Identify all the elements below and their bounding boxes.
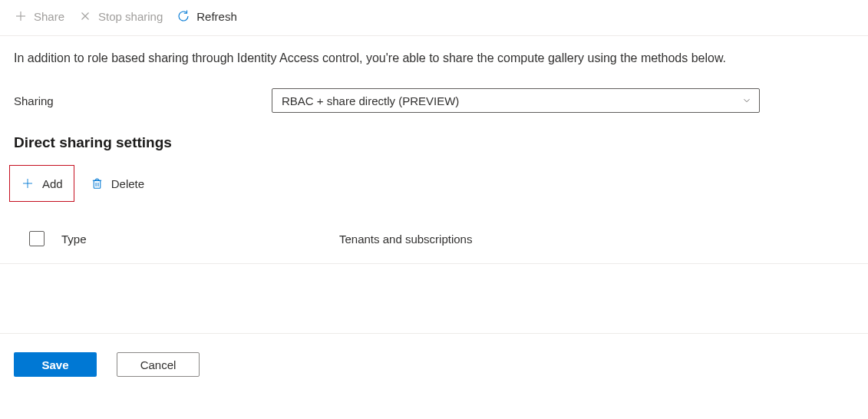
share-label: Share — [34, 10, 64, 23]
sharing-select[interactable]: RBAC + share directly (PREVIEW) — [272, 88, 760, 113]
sharing-label: Sharing — [14, 94, 272, 107]
add-button[interactable]: Add — [9, 165, 74, 202]
sharing-select-value: RBAC + share directly (PREVIEW) — [272, 88, 760, 113]
plus-icon — [21, 177, 35, 190]
delete-label: Delete — [111, 177, 144, 190]
select-all-checkbox[interactable] — [29, 231, 45, 246]
stop-sharing-label: Stop sharing — [98, 10, 163, 23]
trash-icon — [91, 177, 104, 190]
sharing-table-header: Type Tenants and subscriptions — [0, 214, 868, 264]
refresh-icon — [177, 9, 190, 23]
footer: Save Cancel — [0, 333, 868, 395]
close-icon — [78, 9, 92, 23]
delete-button[interactable]: Delete — [79, 165, 156, 202]
add-label: Add — [42, 177, 63, 190]
toolbar: Share Stop sharing Refresh — [0, 0, 868, 36]
plus-icon — [14, 9, 28, 23]
svg-line-10 — [95, 179, 96, 180]
save-button[interactable]: Save — [14, 352, 97, 377]
stop-sharing-button[interactable]: Stop sharing — [78, 9, 163, 23]
sharing-row: Sharing RBAC + share directly (PREVIEW) — [0, 67, 868, 113]
cancel-button[interactable]: Cancel — [117, 352, 200, 377]
column-type: Type — [61, 233, 322, 246]
refresh-button[interactable]: Refresh — [177, 9, 237, 23]
direct-sharing-heading: Direct sharing settings — [0, 113, 868, 151]
svg-rect-6 — [94, 180, 101, 188]
share-button[interactable]: Share — [14, 9, 64, 23]
column-tenants: Tenants and subscriptions — [339, 233, 854, 246]
direct-sharing-actions: Add Delete — [0, 151, 868, 202]
svg-line-11 — [98, 179, 99, 180]
refresh-label: Refresh — [196, 10, 237, 23]
page-description: In addition to role based sharing throug… — [0, 36, 868, 67]
